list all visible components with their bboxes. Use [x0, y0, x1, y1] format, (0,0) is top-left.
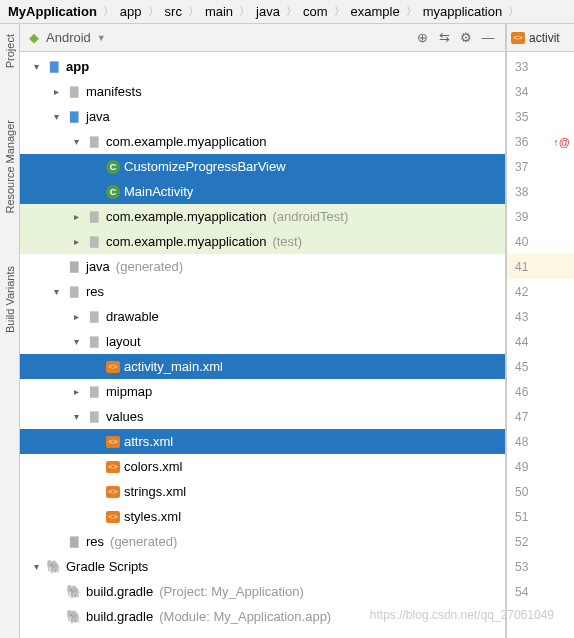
line-number[interactable]: 33 — [507, 54, 574, 79]
tree-item[interactable]: ▸▇com.example.myapplication (androidTest… — [20, 204, 505, 229]
line-number[interactable]: 53 — [507, 554, 574, 579]
tree-item[interactable]: ▾🐘Gradle Scripts — [20, 554, 505, 579]
line-number[interactable]: 36↑@ — [507, 129, 574, 154]
line-number[interactable]: 38 — [507, 179, 574, 204]
tree-item[interactable]: ▸▇drawable — [20, 304, 505, 329]
tree-item[interactable]: ▸▇manifests — [20, 79, 505, 104]
chevron-right-icon[interactable]: ▸ — [70, 211, 82, 222]
tree-item[interactable]: ▸🐘build.gradle (Module: My_Application.a… — [20, 604, 505, 629]
chevron-down-icon[interactable]: ▾ — [70, 136, 82, 147]
editor-tab-filename: activit — [529, 31, 560, 45]
tool-tab[interactable]: Resource Manager — [4, 114, 16, 220]
line-number[interactable]: 46 — [507, 379, 574, 404]
tree-item-label: res — [86, 534, 104, 549]
minimize-icon[interactable]: — — [477, 27, 499, 49]
chevron-down-icon[interactable]: ▾ — [70, 411, 82, 422]
breadcrumb-item[interactable]: src — [161, 4, 186, 19]
breadcrumb-item[interactable]: app — [116, 4, 146, 19]
tree-item-label: build.gradle — [86, 609, 153, 624]
project-panel: ◆ Android ▼ ⊕ ⇆ ⚙ — ▾▇app▸▇manifests▾▇ja… — [20, 24, 506, 638]
tree-item-label: attrs.xml — [124, 434, 173, 449]
line-number[interactable]: 45 — [507, 354, 574, 379]
tree-item[interactable]: ▸▇com.example.myapplication (test) — [20, 229, 505, 254]
gear-icon[interactable]: ⚙ — [455, 27, 477, 49]
line-number[interactable]: 54 — [507, 579, 574, 604]
breadcrumb-item[interactable]: com — [299, 4, 332, 19]
panel-header: ◆ Android ▼ ⊕ ⇆ ⚙ — — [20, 24, 505, 52]
project-view-selector[interactable]: ◆ Android ▼ — [26, 30, 106, 46]
xml-file-icon: <> — [106, 461, 120, 473]
tree-item[interactable]: ▾▇com.example.myapplication — [20, 129, 505, 154]
chevron-right-icon: 〉 — [146, 4, 161, 19]
breadcrumb-item[interactable]: main — [201, 4, 237, 19]
folder-icon: ▇ — [86, 134, 102, 150]
editor-tab[interactable]: <> activit — [507, 24, 574, 52]
chevron-down-icon[interactable]: ▾ — [30, 61, 42, 72]
line-number[interactable]: 43 — [507, 304, 574, 329]
tree-item-label: java — [86, 259, 110, 274]
tree-item[interactable]: ▸▇java (generated) — [20, 254, 505, 279]
line-number[interactable]: 49 — [507, 454, 574, 479]
folder-icon: ▇ — [66, 284, 82, 300]
tree-item[interactable]: ▸<>colors.xml — [20, 454, 505, 479]
tree-item[interactable]: ▾▇res — [20, 279, 505, 304]
breadcrumb-item[interactable]: java — [252, 4, 284, 19]
line-number[interactable]: 47 — [507, 404, 574, 429]
gradle-icon: 🐘 — [46, 559, 62, 575]
tree-item[interactable]: ▸<>attrs.xml — [20, 429, 505, 454]
chevron-right-icon[interactable]: ▸ — [70, 311, 82, 322]
folder-icon: ▇ — [46, 59, 62, 75]
chevron-right-icon[interactable]: ▸ — [70, 386, 82, 397]
tree-item-label: app — [66, 59, 89, 74]
project-view-label: Android — [46, 30, 91, 45]
tree-item[interactable]: ▸<>strings.xml — [20, 479, 505, 504]
line-number[interactable]: 41 — [507, 254, 574, 279]
tree-item[interactable]: ▾▇java — [20, 104, 505, 129]
class-icon: C — [106, 160, 120, 174]
chevron-right-icon[interactable]: ▸ — [50, 86, 62, 97]
tree-item[interactable]: ▸<>activity_main.xml — [20, 354, 505, 379]
tree-item-suffix: (test) — [272, 234, 302, 249]
line-number[interactable]: 34 — [507, 79, 574, 104]
gradle-icon: 🐘 — [66, 584, 82, 600]
tool-tab[interactable]: Build Variants — [4, 260, 16, 339]
tree-item[interactable]: ▸CMainActivity — [20, 179, 505, 204]
breadcrumb-item[interactable]: myapplication — [419, 4, 507, 19]
tree-item-label: com.example.myapplication — [106, 209, 266, 224]
tree-item-label: values — [106, 409, 144, 424]
line-number[interactable]: 51 — [507, 504, 574, 529]
line-number[interactable]: 35 — [507, 104, 574, 129]
breadcrumb-item[interactable]: example — [347, 4, 404, 19]
tree-item[interactable]: ▸<>styles.xml — [20, 504, 505, 529]
line-number[interactable]: 44 — [507, 329, 574, 354]
tree-item[interactable]: ▸▇mipmap — [20, 379, 505, 404]
tree-item[interactable]: ▸▇res (generated) — [20, 529, 505, 554]
collapse-icon[interactable]: ⇆ — [433, 27, 455, 49]
line-number[interactable]: 50 — [507, 479, 574, 504]
line-number[interactable]: 39 — [507, 204, 574, 229]
chevron-right-icon[interactable]: ▸ — [70, 236, 82, 247]
line-number[interactable]: 40 — [507, 229, 574, 254]
folder-icon: ▇ — [86, 384, 102, 400]
line-number[interactable]: 52 — [507, 529, 574, 554]
chevron-down-icon[interactable]: ▾ — [50, 286, 62, 297]
breadcrumb-item[interactable]: MyApplication — [4, 4, 101, 19]
line-number[interactable]: 48 — [507, 429, 574, 454]
tree-item[interactable]: ▾▇values — [20, 404, 505, 429]
chevron-down-icon[interactable]: ▾ — [70, 336, 82, 347]
tree-item[interactable]: ▾▇app — [20, 54, 505, 79]
line-gutter[interactable]: 33343536↑@373839404142434445464748495051… — [507, 52, 574, 638]
tree-item-label: build.gradle — [86, 584, 153, 599]
chevron-down-icon[interactable]: ▾ — [50, 111, 62, 122]
gutter-marker-icon[interactable]: ↑@ — [553, 136, 570, 148]
chevron-down-icon[interactable]: ▾ — [30, 561, 42, 572]
project-tree[interactable]: ▾▇app▸▇manifests▾▇java▾▇com.example.myap… — [20, 52, 505, 638]
tree-item[interactable]: ▸CCustomizeProgressBarView — [20, 154, 505, 179]
tool-tab[interactable]: Project — [4, 28, 16, 74]
tree-item-label: manifests — [86, 84, 142, 99]
line-number[interactable]: 37 — [507, 154, 574, 179]
tree-item[interactable]: ▾▇layout — [20, 329, 505, 354]
line-number[interactable]: 42 — [507, 279, 574, 304]
tree-item[interactable]: ▸🐘build.gradle (Project: My_Application) — [20, 579, 505, 604]
target-icon[interactable]: ⊕ — [411, 27, 433, 49]
